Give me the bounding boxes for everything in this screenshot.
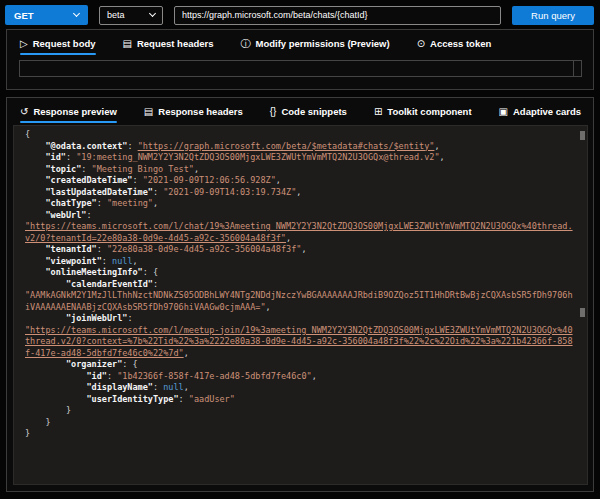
- json-token: : {: [122, 359, 137, 369]
- tab-toolkit-component[interactable]: ⊞Toolkit component: [374, 98, 472, 123]
- json-token: ,: [133, 256, 138, 266]
- json-token: {: [25, 129, 30, 139]
- json-token: "organizer": [66, 359, 122, 369]
- document-icon: ▤: [144, 107, 153, 117]
- json-token: ,: [434, 141, 439, 151]
- code-line: }: [25, 428, 577, 440]
- response-section: ↺Response preview▤Response headers{}Code…: [6, 97, 594, 492]
- request-section: ▷Request body▤Request headersⓘModify per…: [6, 29, 594, 90]
- tab-modify-permissions-preview-[interactable]: ⓘModify permissions (Preview): [241, 30, 390, 55]
- json-token: ,: [184, 382, 189, 392]
- json-link[interactable]: "https://teams.microsoft.com/l/chat/19%3…: [25, 221, 573, 243]
- code-line: "organizer": {: [25, 359, 577, 371]
- json-token: [25, 394, 86, 404]
- query-url-input[interactable]: [174, 6, 501, 25]
- run-query-button[interactable]: Run query: [512, 6, 594, 25]
- tab-code-snippets[interactable]: {}Code snippets: [270, 98, 347, 123]
- tab-response-preview[interactable]: ↺Response preview: [20, 98, 117, 123]
- json-token: :: [81, 164, 91, 174]
- tab-request-headers[interactable]: ▤Request headers: [123, 30, 214, 55]
- chevron-down-icon: [73, 10, 80, 17]
- code-line: "topic": "Meeting Bingo Test",: [25, 164, 577, 176]
- json-token: ,: [184, 348, 189, 358]
- json-token: }: [25, 417, 51, 427]
- json-token: "meeting": [107, 198, 153, 208]
- tab-response-headers[interactable]: ▤Response headers: [144, 98, 243, 123]
- json-token: [25, 198, 45, 208]
- json-token: :: [102, 256, 112, 266]
- scrollbar-decoration: [580, 308, 585, 317]
- json-token: ,: [286, 233, 291, 243]
- response-preview-pane[interactable]: { "@odata.context": "https://graph.micro…: [13, 125, 588, 485]
- code-line: "id": "19:meeting_NWM2Y2Y3N2QtZDQ3OS00Mj…: [25, 152, 577, 164]
- json-token: :: [97, 198, 107, 208]
- scrollbar-thumb[interactable]: [580, 131, 585, 140]
- json-token: ,: [276, 175, 281, 185]
- json-token: }: [25, 428, 30, 438]
- json-token: :: [86, 210, 91, 220]
- code-line: }: [25, 405, 577, 417]
- history-arrow-icon: ↺: [20, 107, 28, 117]
- json-token: :: [97, 244, 107, 254]
- json-token: }: [25, 405, 71, 415]
- tab-label: Response headers: [158, 106, 242, 117]
- json-token: "webUrl": [45, 210, 86, 220]
- card-icon: ▣: [499, 107, 508, 117]
- tab-access-token[interactable]: ⊙Access token: [417, 30, 492, 55]
- http-method-select[interactable]: GET: [5, 5, 88, 25]
- code-line: "https://teams.microsoft.com/l/chat/19%3…: [25, 221, 577, 244]
- code-line: "chatType": "meeting",: [25, 198, 577, 210]
- json-token: "topic": [45, 164, 81, 174]
- json-token: "calendarEventId": [66, 279, 153, 289]
- toolkit-icon: ⊞: [374, 107, 382, 117]
- tab-label: Modify permissions (Preview): [256, 38, 390, 49]
- key-icon: ⊙: [417, 39, 425, 49]
- json-token: "id": [45, 152, 65, 162]
- query-bar: GET beta Run query: [0, 0, 600, 29]
- json-token: [25, 313, 66, 323]
- json-token: null: [163, 382, 183, 392]
- json-token: ,: [153, 198, 158, 208]
- request-editor-scrollbar[interactable]: [573, 61, 581, 76]
- json-token: "createdDateTime": [45, 175, 132, 185]
- json-token: "id": [86, 371, 106, 381]
- json-token: :: [132, 175, 142, 185]
- json-token: :: [127, 313, 132, 323]
- tab-label: Access token: [430, 38, 491, 49]
- send-icon: ▷: [20, 39, 28, 49]
- response-tabs-row: ↺Response preview▤Response headers{}Code…: [7, 98, 593, 123]
- tab-request-body[interactable]: ▷Request body: [20, 30, 96, 55]
- json-token: : {: [143, 267, 158, 277]
- json-token: [25, 152, 45, 162]
- code-line: "@odata.context": "https://graph.microso…: [25, 141, 577, 153]
- json-token: :: [66, 152, 76, 162]
- json-token: "2021-09-09T12:06:56.928Z": [143, 175, 276, 185]
- json-token: [25, 279, 66, 289]
- json-token: "joinWebUrl": [66, 313, 127, 323]
- json-token: :: [153, 382, 163, 392]
- code-line: "lastUpdatedDateTime": "2021-09-09T14:03…: [25, 187, 577, 199]
- api-version-select[interactable]: beta: [99, 6, 163, 25]
- json-token: [25, 164, 45, 174]
- json-token: [25, 371, 86, 381]
- request-body-editor[interactable]: [19, 60, 582, 77]
- code-icon: {}: [270, 107, 277, 117]
- json-token: :: [153, 279, 158, 289]
- json-link[interactable]: "https://teams.microsoft.com/l/meetup-jo…: [25, 325, 573, 358]
- json-token: :: [179, 394, 189, 404]
- code-line: }: [25, 417, 577, 429]
- json-token: [25, 359, 66, 369]
- tab-label: Toolkit component: [387, 106, 471, 117]
- code-line: "joinWebUrl":: [25, 313, 577, 325]
- code-line: "webUrl":: [25, 210, 577, 222]
- code-line: "onlineMeetingInfo": {: [25, 267, 577, 279]
- json-token: "@odata.context": [45, 141, 127, 151]
- chevron-down-icon: [149, 10, 156, 17]
- tab-label: Response preview: [33, 106, 116, 117]
- json-token: ,: [301, 244, 306, 254]
- tab-adaptive-cards[interactable]: ▣Adaptive cards: [499, 98, 582, 123]
- json-token: "aadUser": [189, 394, 235, 404]
- tab-label: Request headers: [137, 38, 214, 49]
- json-token: ,: [312, 371, 317, 381]
- json-link[interactable]: "https://graph.microsoft.com/beta/$metad…: [138, 141, 435, 151]
